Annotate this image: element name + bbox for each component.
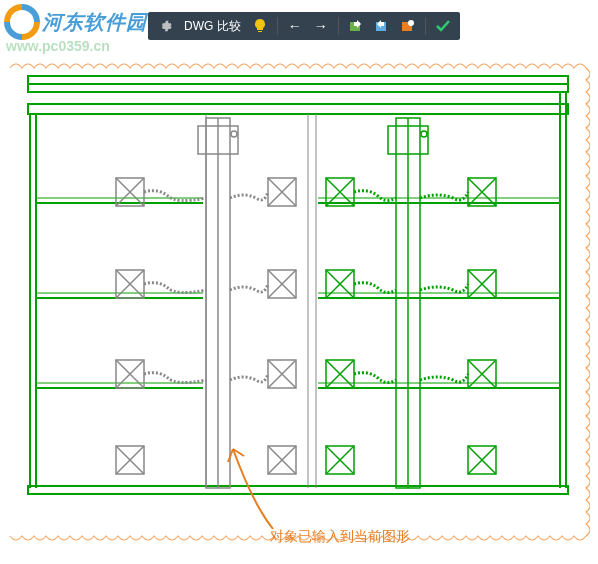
- bulb-icon: [254, 19, 266, 33]
- cad-drawing: [8, 48, 590, 556]
- confirm-button[interactable]: [432, 15, 454, 37]
- annotation-callout: 对象已输入到当前图形: [270, 528, 410, 546]
- hint-button[interactable]: [249, 15, 271, 37]
- annotation-arrow: [218, 434, 288, 534]
- snapshot-icon: [401, 19, 415, 33]
- logo-icon: [4, 4, 40, 40]
- svg-point-46: [231, 131, 237, 137]
- site-name: 河东软件园: [42, 9, 147, 36]
- svg-point-50: [408, 20, 414, 26]
- export-button[interactable]: [371, 15, 393, 37]
- snapshot-button[interactable]: [397, 15, 419, 37]
- dwg-compare-toolbar: DWG 比较 ← →: [148, 12, 460, 40]
- svg-point-31: [421, 131, 427, 137]
- check-icon: [435, 19, 451, 33]
- prev-button[interactable]: ←: [284, 15, 306, 37]
- toolbar-title: DWG 比较: [180, 18, 245, 35]
- site-watermark: 河东软件园: [4, 4, 147, 40]
- gear-icon: [158, 19, 172, 33]
- arrow-right-icon: →: [314, 18, 328, 34]
- next-button[interactable]: →: [310, 15, 332, 37]
- site-url: www.pc0359.cn: [6, 38, 110, 54]
- export-icon: [375, 19, 389, 33]
- drawing-canvas[interactable]: [0, 0, 598, 564]
- import-button[interactable]: [345, 15, 367, 37]
- arrow-left-icon: ←: [288, 18, 302, 34]
- settings-button[interactable]: [154, 15, 176, 37]
- import-icon: [349, 19, 363, 33]
- svg-rect-2: [28, 104, 568, 114]
- svg-rect-7: [28, 486, 568, 494]
- annotation-text: 对象已输入到当前图形: [270, 528, 410, 546]
